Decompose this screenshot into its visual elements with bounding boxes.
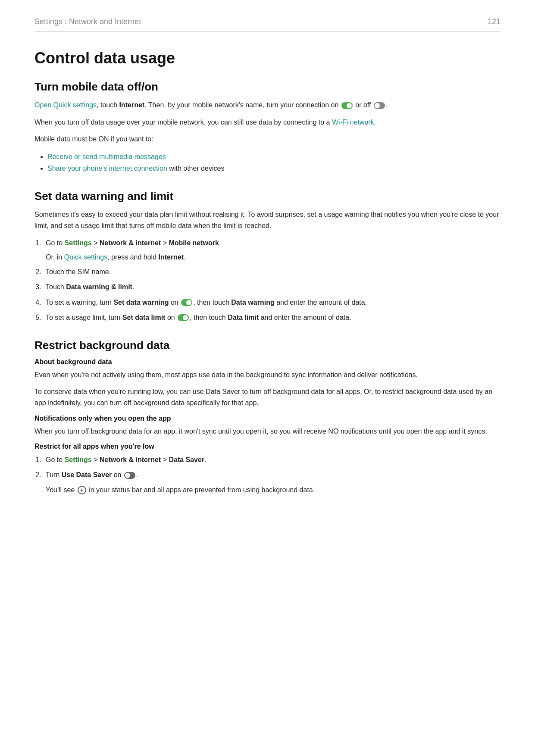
restrict-note-prefix: You'll see: [46, 486, 75, 494]
step-3: Touch Data warning & limit.: [43, 281, 501, 293]
step1-sub-prefix: Or, in: [46, 253, 64, 261]
restrict-step1-mid: >: [92, 456, 100, 463]
data-saver-bold: Data Saver: [169, 456, 204, 463]
toggle-on-green-icon-2: [178, 314, 189, 321]
step4-suffix: and enter the amount of data.: [275, 299, 367, 306]
restrict-step2-mid: on: [112, 471, 121, 478]
about-background-title: About background data: [34, 358, 501, 366]
mobile-network-bold: Mobile network: [169, 239, 219, 247]
restrict-step1-suffix: .: [204, 456, 206, 463]
open-quick-settings-link[interactable]: Open Quick settings: [34, 101, 97, 109]
about-para2: To conserve data when you're running low…: [34, 386, 501, 408]
toggle-off-icon: [374, 102, 385, 109]
page-container: Settings : Network and Internet 121 Cont…: [0, 0, 535, 537]
quick-settings-link[interactable]: Quick settings: [64, 253, 107, 261]
wifi-network-link[interactable]: Wi-Fi network: [332, 119, 374, 126]
section-turn-mobile: Turn mobile data off/on Open Quick setti…: [34, 80, 501, 174]
step-2: Touch the SIM name.: [43, 266, 501, 278]
about-para1: Even when you're not actively using them…: [34, 369, 501, 381]
step1-mid: >: [92, 239, 100, 247]
restrict-step-1: Go to Settings > Network & internet > Da…: [43, 454, 501, 465]
restrict-title: Restrict background data: [34, 339, 501, 352]
turn-mobile-para2: When you turn off data usage over your m…: [34, 117, 501, 128]
restrict-for-all-title: Restrict for all apps when you're low: [34, 443, 501, 450]
multimedia-messages-link[interactable]: Receive or send multimedia messages: [47, 153, 166, 160]
restrict-step1-mid2: >: [161, 456, 169, 463]
bullet-item-2: Share your phone's internet connection w…: [47, 162, 501, 174]
para2-prefix: When you turn off data usage over your m…: [34, 119, 332, 126]
set-data-title: Set data warning and limit: [34, 190, 501, 203]
para2-suffix: .: [374, 119, 376, 126]
notif-title: Notifications only when you open the app: [34, 415, 501, 422]
step1-sub: Or, in Quick settings, press and hold In…: [46, 252, 501, 263]
restrict-step1-prefix: Go to: [46, 456, 65, 463]
set-data-steps: Go to Settings > Network & internet > Mo…: [43, 237, 501, 323]
set-data-intro: Sometimes it's easy to exceed your data …: [34, 209, 501, 231]
step-1: Go to Settings > Network & internet > Mo…: [43, 237, 501, 262]
data-warning-limit-bold: Data warning & limit: [66, 283, 132, 291]
internet-bold: Internet: [119, 101, 145, 109]
toggle-on-icon: [341, 102, 353, 109]
step-4: To set a warning, turn Set data warning …: [43, 297, 501, 308]
step4-mid2: , then touch: [193, 299, 231, 306]
step1-sub-suffix: , press and hold: [107, 253, 158, 261]
step1-sub-end: .: [184, 253, 185, 261]
restrict-step2-suffix: .: [136, 471, 138, 478]
data-limit-bold: Data limit: [228, 314, 259, 321]
set-data-limit-bold: Set data limit: [122, 314, 166, 321]
restrict-step2-prefix: Turn: [46, 471, 62, 478]
step3-prefix: Touch: [46, 283, 66, 291]
turn-mobile-title: Turn mobile data off/on: [34, 80, 501, 94]
step5-mid: on: [165, 314, 175, 321]
section-restrict: Restrict background data About backgroun…: [34, 339, 501, 495]
step5-mid2: , then touch: [190, 314, 228, 321]
restrict-step-2: Turn Use Data Saver on . You'll see in y…: [43, 469, 501, 495]
restrict-steps: Go to Settings > Network & internet > Da…: [43, 454, 501, 495]
main-title: Control data usage: [34, 49, 501, 67]
step1-suffix: .: [219, 239, 221, 247]
datasaver-icon: [78, 486, 86, 494]
toggle-off-icon-2: [124, 472, 135, 479]
use-data-saver-bold: Use Data Saver: [62, 471, 112, 478]
restrict-note: You'll see in your status bar and all ap…: [46, 484, 501, 496]
data-warning-bold: Data warning: [231, 299, 274, 306]
step5-suffix: and enter the amount of data.: [259, 314, 351, 321]
para1-prefix: , touch: [97, 101, 119, 109]
settings-link-2[interactable]: Settings: [65, 456, 92, 463]
header-title: Settings : Network and Internet: [34, 17, 141, 26]
step-5: To set a usage limit, turn Set data limi…: [43, 312, 501, 323]
para1-suffix: . Then, by your mobile network's name, t…: [144, 101, 338, 109]
step4-mid: on: [169, 299, 178, 306]
step1-mid2: >: [161, 239, 169, 247]
mobile-data-bullet-list: Receive or send multimedia messages Shar…: [47, 151, 501, 174]
turn-mobile-para1: Open Quick settings, touch Internet. The…: [34, 100, 501, 111]
bullet2-suffix: with other devices: [167, 165, 225, 172]
share-connection-link[interactable]: Share your phone's internet connection: [47, 165, 167, 172]
internet-bold-2: Internet: [158, 253, 184, 261]
bullet-item-1: Receive or send multimedia messages: [47, 151, 501, 162]
settings-link-1[interactable]: Settings: [65, 239, 92, 247]
network-internet-bold: Network & internet: [100, 239, 161, 247]
network-internet-bold-2: Network & internet: [100, 456, 161, 463]
page-header: Settings : Network and Internet 121: [34, 17, 501, 32]
para1-end: or off: [355, 101, 371, 109]
page-number: 121: [488, 17, 501, 26]
step4-prefix: To set a warning, turn: [46, 299, 113, 306]
notif-para: When you turn off background data for an…: [34, 426, 501, 437]
step3-suffix: .: [132, 283, 134, 291]
toggle-on-green-icon-1: [181, 299, 192, 306]
restrict-note-suffix: in your status bar and all apps are prev…: [89, 486, 315, 494]
section-set-data: Set data warning and limit Sometimes it'…: [34, 190, 501, 323]
step1-prefix: Go to: [46, 239, 65, 247]
set-data-warning-bold: Set data warning: [113, 299, 169, 306]
step5-prefix: To set a usage limit, turn: [46, 314, 122, 321]
turn-mobile-para3: Mobile data must be ON if you want to:: [34, 134, 501, 145]
